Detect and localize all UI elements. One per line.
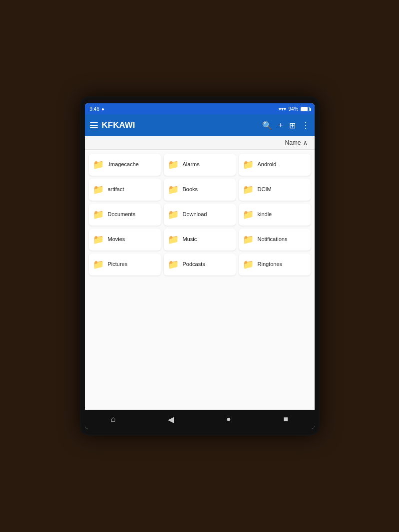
folder-name: kindle (258, 211, 272, 218)
folder-item[interactable]: 📁artifact (89, 179, 161, 201)
folder-icon: 📁 (243, 159, 254, 170)
folder-icon: 📁 (168, 259, 179, 270)
folder-icon: 📁 (168, 234, 179, 245)
folder-icon: 📁 (93, 259, 104, 270)
folder-name: artifact (108, 186, 124, 193)
folder-item[interactable]: 📁Documents (89, 204, 161, 226)
folder-icon: 📁 (243, 184, 254, 195)
sort-arrow: ∧ (303, 139, 308, 146)
app-bar: KFKAWI 🔍 + ⊞ ⋮ (85, 114, 315, 136)
sync-icon: ● (101, 106, 104, 112)
folder-item[interactable]: 📁DCIM (239, 179, 311, 201)
menu-icon[interactable] (90, 122, 98, 128)
folder-item[interactable]: 📁Ringtones (239, 254, 311, 275)
folder-name: DCIM (258, 186, 272, 193)
circle-button[interactable]: ● (226, 415, 231, 424)
folder-name: Podcasts (183, 261, 205, 267)
folder-icon: 📁 (93, 209, 104, 220)
grid-view-icon[interactable]: ⊞ (289, 121, 296, 130)
app-title: KFKAWI (102, 120, 259, 130)
folder-name: Android (258, 161, 277, 168)
tablet-frame: 9:46 ● ▾▾▾ 94% KFKAWI 🔍 + ⊞ ⋮ (80, 96, 320, 436)
folder-icon: 📁 (168, 184, 179, 195)
search-icon[interactable]: 🔍 (262, 121, 272, 130)
folder-name: Books (183, 186, 198, 193)
folder-name: Movies (108, 236, 125, 243)
folder-item[interactable]: 📁Download (164, 204, 236, 226)
folder-name: Ringtones (258, 261, 283, 267)
tablet-screen: 9:46 ● ▾▾▾ 94% KFKAWI 🔍 + ⊞ ⋮ (85, 103, 315, 429)
status-right: ▾▾▾ 94% (279, 106, 309, 112)
nav-bar: ⌂ ◀ ● ■ (85, 410, 315, 429)
folder-item[interactable]: 📁Music (164, 229, 236, 251)
more-options-icon[interactable]: ⋮ (302, 121, 310, 130)
folder-icon: 📁 (243, 209, 254, 220)
status-left: 9:46 ● (90, 106, 105, 112)
folder-name: .imagecache (108, 161, 139, 168)
folder-icon: 📁 (243, 234, 254, 245)
folder-name: Documents (108, 211, 136, 218)
folder-icon: 📁 (168, 209, 179, 220)
folder-item[interactable]: 📁Alarms (164, 154, 236, 176)
folder-item[interactable]: 📁Pictures (89, 254, 161, 275)
battery-percent: 94% (288, 106, 298, 112)
folder-icon: 📁 (93, 234, 104, 245)
folder-icon: 📁 (93, 159, 104, 170)
file-grid: 📁.imagecache📁Alarms📁Android📁artifact📁Boo… (85, 150, 315, 410)
status-bar: 9:46 ● ▾▾▾ 94% (85, 103, 315, 114)
folder-icon: 📁 (168, 159, 179, 170)
folder-item[interactable]: 📁Android (239, 154, 311, 176)
folder-item[interactable]: 📁.imagecache (89, 154, 161, 176)
battery-icon (301, 107, 310, 111)
folder-name: Notifications (258, 236, 288, 243)
signal-icon: ▾▾▾ (279, 106, 286, 112)
folder-item[interactable]: 📁Notifications (239, 229, 311, 251)
time-display: 9:46 (90, 106, 99, 112)
square-button[interactable]: ■ (283, 415, 288, 424)
folder-icon: 📁 (243, 259, 254, 270)
folder-item[interactable]: 📁Movies (89, 229, 161, 251)
folder-name: Download (183, 211, 207, 218)
app-bar-icons: 🔍 + ⊞ ⋮ (262, 121, 309, 130)
folder-item[interactable]: 📁Books (164, 179, 236, 201)
home-button[interactable]: ⌂ (111, 415, 116, 424)
add-icon[interactable]: + (278, 121, 283, 130)
folder-item[interactable]: 📁Podcasts (164, 254, 236, 275)
sort-header: Name ∧ (85, 136, 315, 150)
folder-name: Alarms (183, 161, 200, 168)
folder-item[interactable]: 📁kindle (239, 204, 311, 226)
folder-icon: 📁 (93, 184, 104, 195)
folder-name: Music (183, 236, 197, 243)
folder-name: Pictures (108, 261, 128, 267)
battery-fill (301, 107, 308, 111)
sort-label[interactable]: Name (285, 139, 301, 146)
back-button[interactable]: ◀ (168, 415, 174, 424)
